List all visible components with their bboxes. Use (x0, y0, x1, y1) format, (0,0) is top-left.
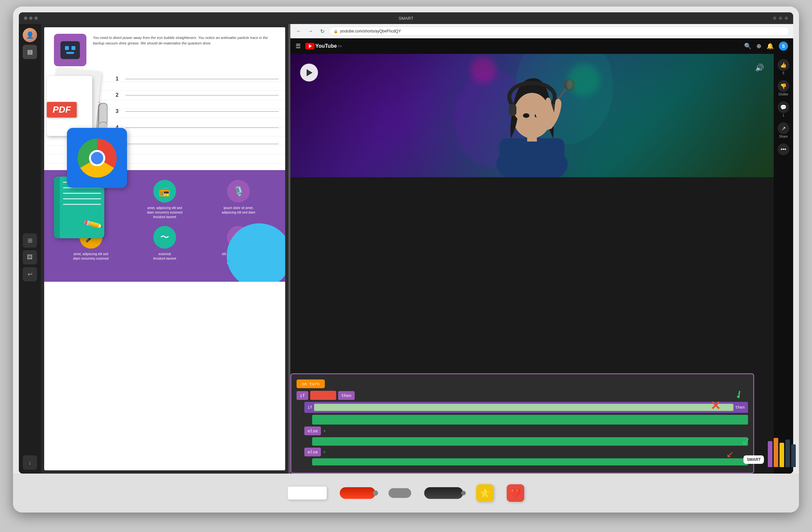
star-button[interactable]: ⭐ (476, 484, 494, 502)
scroll-down-btn[interactable]: ↓ (23, 455, 37, 470)
like-btn[interactable]: 👍 5 (778, 59, 789, 75)
yt-search-icon[interactable]: 🔍 (744, 43, 751, 50)
pdf-badge[interactable]: PDF (47, 102, 77, 118)
svg-rect-29 (509, 104, 517, 116)
if-inner-keyword: if (308, 405, 312, 410)
icon-circle-3: 🎙️ (227, 180, 250, 203)
robot-face (60, 41, 80, 59)
chrome-app-icon[interactable] (67, 128, 127, 188)
icon-item-2: 📻 amet, adipiscing elit seddiam nonummy … (142, 180, 187, 219)
yt-create-icon[interactable]: ⊕ (756, 43, 761, 50)
then-inner-keyword: then (735, 405, 745, 410)
else-keyword-1: else (304, 427, 321, 435)
arrow-red-curve: ↙ (726, 449, 734, 460)
svg-point-27 (523, 113, 530, 118)
browser-back-btn[interactable]: ← (294, 27, 303, 36)
yt-bell-icon[interactable]: 🔔 (767, 43, 774, 50)
share-icon: ↗ (778, 122, 789, 134)
user-avatar[interactable]: 👤 (23, 28, 37, 42)
dot1 (24, 17, 27, 20)
chrome-icon-graphic (78, 138, 117, 178)
robot-eye-left (65, 46, 69, 50)
more-btn[interactable]: ••• (778, 144, 789, 155)
like-icon: 👍 (778, 59, 789, 71)
else-row-1[interactable]: else + (304, 427, 748, 435)
panel-toggle-btn[interactable]: ▤ (23, 45, 37, 59)
grid-btn[interactable]: ⊞ (23, 233, 37, 248)
dislike-btn[interactable]: 👎 Dislike (778, 80, 789, 96)
green-action-3[interactable] (312, 458, 748, 466)
image-btn[interactable]: 🖼 (23, 250, 37, 265)
black-marker-tool[interactable] (424, 487, 463, 499)
like-count: 5 (782, 71, 784, 75)
icon-text-3: ipsum dolor sit amet,adipiscing elit sed… (222, 206, 255, 215)
robot-header-icon (54, 34, 86, 66)
on-turn-block[interactable]: on turn (296, 380, 748, 388)
yt-header-actions: 🔍 ⊕ 🔔 S (744, 42, 788, 50)
else-plus-2[interactable]: + (323, 449, 326, 455)
teal-line-4 (63, 198, 101, 199)
worksheet-header: You need to divert power away from the i… (44, 27, 285, 73)
robot-eyes (65, 46, 75, 50)
ctrl3 (785, 17, 788, 20)
smart-logo-btn[interactable]: SMART (743, 455, 764, 464)
share-btn[interactable]: ↗ Share (778, 122, 789, 138)
comment-icon: 💬 (778, 101, 789, 113)
green-action-1[interactable] (312, 415, 748, 425)
document-area: You need to divert power away from the i… (41, 24, 288, 474)
window-dots (24, 17, 38, 20)
share-label: Share (779, 135, 788, 138)
if-keyword: if (296, 391, 308, 400)
pdf-floating[interactable]: PDF (47, 70, 105, 138)
crayon-dark (785, 440, 790, 467)
main-content: 👤 ▤ ⊞ 🖼 ↩ ↓ (19, 24, 793, 474)
browser-url-bar[interactable]: 🔒 youtube.com/shorts/ayQbeFhcdQY (329, 27, 789, 36)
left-panel: 👤 ▤ ⊞ 🖼 ↩ ↓ (19, 24, 288, 474)
yt-menu-icon[interactable]: ☰ (295, 43, 301, 50)
chrome-inner-circle (89, 150, 105, 166)
teal-pencil-icon: ✏️ (82, 213, 104, 235)
ctrl1 (773, 17, 776, 20)
icon-circle-2: 📻 (153, 180, 176, 203)
more-icon: ••• (778, 144, 789, 155)
monitor-bottom-toolbar: ⭐ ❤️ (13, 474, 799, 513)
else-plus-1[interactable]: + (323, 428, 326, 434)
browser-forward-btn[interactable]: → (306, 27, 315, 36)
left-toolbar: 👤 ▤ ⊞ 🖼 ↩ ↓ (19, 24, 41, 474)
yt-play-triangle (309, 44, 312, 48)
if-inner-row[interactable]: if then (304, 402, 748, 413)
icon-circle-5: 〜 (153, 226, 176, 249)
then-keyword: then (338, 391, 355, 400)
green-action-2[interactable] (312, 437, 748, 446)
youtube-logo[interactable]: YouTube CA (305, 43, 342, 49)
comment-btn[interactable]: 💬 1 (778, 101, 789, 117)
line-1: 1 (116, 76, 279, 82)
yt-user-avatar[interactable]: S (779, 42, 788, 50)
line-3: 3 (116, 108, 279, 114)
app-title: SMART (398, 16, 413, 21)
robot-mouth (66, 52, 74, 54)
undo-btn[interactable]: ↩ (23, 267, 37, 281)
svg-point-34 (470, 57, 496, 83)
inner-condition[interactable] (314, 404, 734, 411)
eraser-tool[interactable] (288, 487, 327, 500)
arrow-green-1: ✓ (732, 387, 746, 402)
heart-button[interactable]: ❤️ (507, 484, 524, 502)
person-illustration (290, 54, 774, 177)
browser-toolbar: ← → ↻ 🔒 youtube.com/shorts/ayQbeFhcdQY (290, 24, 793, 38)
volume-icon[interactable]: 🔊 (755, 64, 764, 72)
play-button[interactable] (300, 64, 318, 82)
dot3 (34, 17, 38, 20)
toggle-switch[interactable] (389, 488, 411, 498)
if-then-row[interactable]: if then (296, 391, 748, 400)
dislike-icon: 👎 (778, 80, 789, 92)
icon-item-5: 〜 euismodtincidunt laoreet (142, 226, 187, 266)
if-condition-slot[interactable] (310, 391, 336, 400)
video-thumbnail[interactable]: 🔊 (290, 54, 774, 177)
browser-refresh-btn[interactable]: ↻ (318, 27, 327, 36)
youtube-header: ☰ YouTube CA 🔍 ⊕ 🔔 S (290, 38, 793, 54)
red-marker-tool[interactable] (340, 487, 376, 499)
else-row-2[interactable]: else + (304, 448, 748, 456)
url-text: youtube.com/shorts/ayQbeFhcdQY (340, 29, 401, 33)
line-2: 2 (116, 92, 279, 98)
